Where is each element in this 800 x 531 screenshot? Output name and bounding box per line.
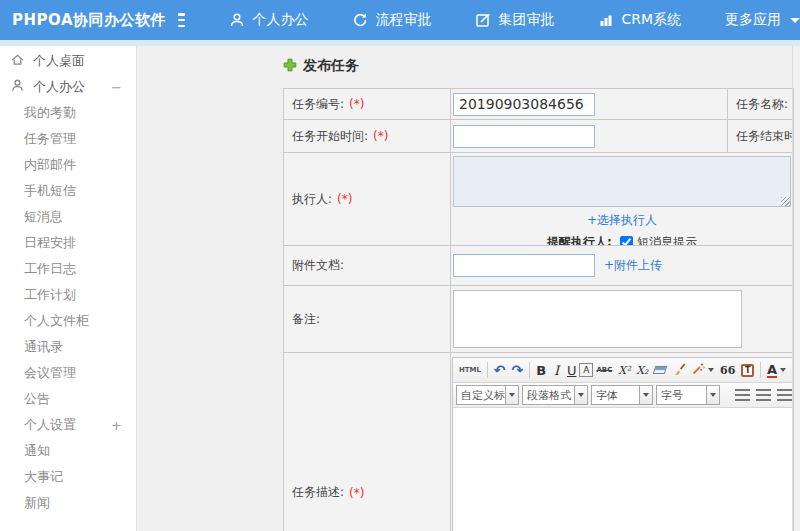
sidebar-item-notice[interactable]: 通知 (0, 438, 136, 464)
attachment-label: 附件文档: (284, 246, 450, 286)
executor-textarea[interactable] (453, 156, 791, 207)
font-family-select[interactable]: 字体 (591, 385, 653, 405)
toolbar-separator (529, 362, 530, 378)
end-time-label: 任务结束时间: (*) (727, 120, 793, 153)
sidebar-item-internal-mail[interactable]: 内部邮件 (0, 152, 136, 178)
start-time-input[interactable] (453, 125, 595, 148)
required-mark: (*) (349, 486, 364, 500)
sidebar-item-schedule[interactable]: 日程安排 (0, 230, 136, 256)
user-icon (10, 78, 33, 96)
underline-button[interactable]: U (564, 361, 579, 380)
editor-toolbar-row2: 自定义标题 段落格式 字体 字号 (453, 383, 792, 408)
choose-executor-link[interactable]: +选择执行人 (587, 212, 657, 229)
resize-grip-icon[interactable] (781, 197, 790, 206)
rich-text-editor: HTML ↶ ↷ B I U A ABC X² X₂ (452, 357, 793, 531)
sidebar-item-work-log[interactable]: 工作日志 (0, 256, 136, 282)
top-bar: PHPOA协同办公软件 个人办公 流程审批 集团审批 CRM系统 更多应用 (0, 0, 800, 40)
redo-button[interactable]: ↷ (509, 361, 527, 380)
subscript-button[interactable]: X₂ (633, 361, 651, 380)
sms-remind-label: 短消息提示 (637, 234, 697, 246)
sidebar-item-task-management[interactable]: 任务管理 (0, 126, 136, 152)
task-name-label: 任务名称: (*) (727, 89, 793, 120)
align-center-icon[interactable] (756, 389, 771, 401)
bold-button[interactable]: B (533, 361, 549, 380)
sidebar-item-meeting-management[interactable]: 会议管理 (0, 360, 136, 386)
description-cell: HTML ↶ ↷ B I U A ABC X² X₂ (450, 353, 793, 531)
eraser-button[interactable] (651, 361, 669, 380)
sidebar-item-work-plan[interactable]: 工作计划 (0, 282, 136, 308)
content-right-divider (792, 46, 793, 531)
autotypeset-button[interactable]: A (579, 363, 593, 377)
alignment-group (735, 389, 792, 401)
start-time-label: 任务开始时间: (*) (284, 120, 450, 153)
italic-button[interactable]: I (549, 361, 564, 380)
chevron-down-icon (708, 368, 714, 372)
attachment-cell: +附件上传 (450, 246, 793, 286)
expand-plus-icon[interactable]: + (111, 418, 122, 433)
strikethrough-button[interactable]: ABC (593, 361, 615, 380)
attachment-input[interactable] (453, 254, 595, 277)
eraser-icon (653, 366, 667, 374)
sidebar-item-personal-files[interactable]: 个人文件柜 (0, 308, 136, 334)
chevron-down-icon (574, 386, 587, 404)
nav-personal-office[interactable]: 个人办公 (229, 11, 308, 29)
collapse-minus-icon[interactable]: − (111, 80, 122, 95)
editor-content-area[interactable] (453, 408, 792, 531)
start-time-cell (450, 120, 727, 153)
sidebar-item-contacts[interactable]: 通讯录 (0, 334, 136, 360)
required-mark: (*) (349, 97, 364, 111)
remark-label: 备注: (284, 286, 450, 353)
source-code-button[interactable]: HTML (456, 361, 484, 380)
sidebar-item-sms[interactable]: 手机短信 (0, 178, 136, 204)
sidebar-item-personal-desktop[interactable]: 个人桌面 (0, 48, 136, 74)
task-code-input[interactable] (453, 93, 595, 116)
sidebar-item-personal-settings[interactable]: 个人设置 + (0, 412, 136, 438)
chevron-down-icon (639, 386, 652, 404)
brush-icon (672, 362, 686, 379)
blockquote-button[interactable]: 66 (717, 361, 738, 380)
attachment-upload-link[interactable]: +附件上传 (604, 257, 662, 274)
paragraph-format-select[interactable]: 段落格式 (522, 385, 588, 405)
remind-executor-label: 提醒执行人: (547, 234, 612, 246)
bar-chart-icon (598, 12, 614, 28)
required-mark: (*) (337, 192, 352, 206)
sidebar-item-news[interactable]: 新闻 (0, 490, 136, 516)
undo-button[interactable]: ↶ (491, 361, 509, 380)
executor-label: 执行人: (*) (284, 153, 450, 246)
nav-more-apps[interactable]: 更多应用 (725, 11, 800, 29)
sidebar-item-my-attendance[interactable]: 我的考勤 (0, 100, 136, 126)
home-icon (10, 52, 33, 70)
menu-toggle-icon[interactable] (178, 13, 185, 27)
paste-word-icon (741, 364, 754, 377)
remark-cell (450, 286, 793, 353)
font-size-select[interactable]: 字号 (656, 385, 720, 405)
nav-crm-system[interactable]: CRM系统 (598, 11, 681, 29)
sidebar-item-announcement[interactable]: 公告 (0, 386, 136, 412)
align-right-icon[interactable] (777, 389, 792, 401)
process-arrow-icon (352, 12, 368, 28)
toolbar-separator (760, 362, 761, 378)
paste-word-button[interactable] (738, 361, 757, 380)
format-brush-button[interactable] (669, 361, 689, 380)
add-plus-icon (283, 58, 297, 75)
magic-wand-button[interactable] (689, 361, 717, 380)
nav-group-approval[interactable]: 集团审批 (475, 11, 554, 29)
sidebar-item-short-message[interactable]: 短消息 (0, 204, 136, 230)
align-left-icon[interactable] (735, 389, 750, 401)
publish-task-form: 任务编号: (*) 任务名称: (*) 任务开始时间: (*) 任务结束时间: … (283, 88, 794, 531)
nav-workflow-approval[interactable]: 流程审批 (352, 11, 431, 29)
custom-title-select[interactable]: 自定义标题 (456, 385, 519, 405)
remark-textarea[interactable] (453, 290, 742, 348)
chevron-down-icon (780, 368, 786, 372)
description-label: 任务描述: (*) (284, 353, 450, 531)
sidebar-item-personal-office[interactable]: 个人办公 − (0, 74, 136, 100)
font-color-button[interactable]: A (764, 361, 789, 380)
sidebar-item-memorabilia[interactable]: 大事记 (0, 464, 136, 490)
chevron-down-icon (706, 386, 719, 404)
app-logo: PHPOA协同办公软件 (0, 11, 166, 30)
main-content: 发布任务 任务编号: (*) 任务名称: (*) 任务开始时间: (*) (137, 46, 800, 531)
sms-remind-checkbox[interactable] (620, 236, 633, 246)
superscript-button[interactable]: X² (615, 361, 633, 380)
top-nav: 个人办公 流程审批 集团审批 CRM系统 更多应用 (229, 11, 800, 29)
task-code-cell (450, 89, 727, 120)
